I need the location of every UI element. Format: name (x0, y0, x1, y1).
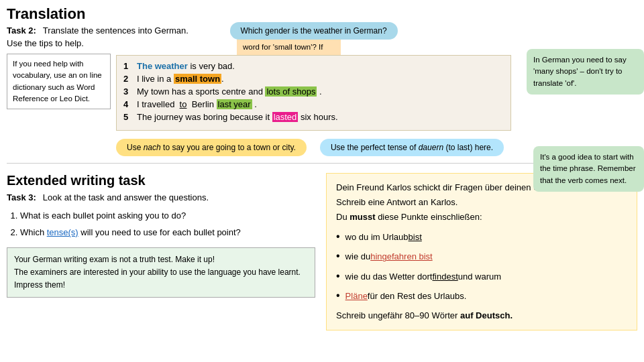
bullet-4: Pläne für den Rest des Urlaubs. (336, 286, 627, 304)
tense-underline: tense(s) (47, 227, 78, 237)
left-column: If you need help with vocabulary, use an… (7, 52, 111, 156)
highlight-to: to (180, 99, 187, 109)
question-1: What is each bullet point asking you to … (20, 208, 315, 223)
highlight-last-year: last year (217, 99, 252, 109)
bullet-1: wo du im Urlaub bist (336, 227, 627, 245)
translation-area: If you need help with vocabulary, use an… (7, 52, 637, 156)
task3-row: Task 3: Look at the task and answer the … (7, 192, 315, 202)
auf-deutsch-bold: auf Deutsch. (460, 310, 513, 320)
many-shops-bubble: In German you need to say 'many shops' –… (527, 49, 644, 95)
musst-bold: musst (350, 212, 375, 222)
nach-bubble: Use nach to say you are going to a town … (116, 139, 307, 156)
task2-description: Translate the sentences into German. (43, 25, 189, 36)
time-phrase-bubble: It's a good idea to start with the time … (533, 146, 644, 192)
questions-list: What is each bullet point asking you to … (7, 208, 315, 241)
task2-label: Task 2: (7, 25, 36, 36)
right-bubbles: In German you need to say 'many shops' –… (517, 52, 637, 156)
bullet-2: wie du hingefahren bist (336, 247, 627, 265)
plane-link: Pläne (345, 289, 368, 304)
page-title: Translation (7, 5, 637, 23)
german-task-box: Dein Freund Karlos schickt dir Fragen üb… (326, 173, 637, 330)
extended-section: Extended writing task Task 3: Look at th… (7, 173, 637, 330)
extended-left: Extended writing task Task 3: Look at th… (7, 173, 315, 330)
exam-box: Your German writing exam is not a truth … (7, 247, 315, 298)
highlight-small-town: small town (174, 74, 221, 84)
question-2: Which tense(s) will you need to use for … (20, 225, 315, 240)
bottom-bubbles: Use nach to say you are going to a town … (116, 135, 511, 156)
highlight-lots-shops: lots of shops (265, 86, 317, 97)
dauern-bubble: Use the perfect tense of dauern (to last… (320, 139, 504, 156)
task3-description: Look at the task and answer the question… (43, 192, 209, 202)
sentence-5: 5 The journey was boring because it last… (123, 112, 504, 122)
german-intro2: Schreib eine Antwort an Karlos. (336, 195, 627, 210)
page: Translation Task 2: Translate the senten… (0, 0, 644, 362)
vocab-box: If you need help with vocabulary, use an… (7, 54, 111, 109)
task3-label: Task 3: (7, 192, 36, 202)
german-include: Du musst diese Punkte einschließen: (336, 210, 627, 225)
gender-bubble: Which gender is the weather in German? (229, 22, 397, 40)
hingefahren-underline: hingefahren bist (370, 249, 433, 264)
sentences-container: 1 The weather is very bad. 2 I live in a… (116, 55, 511, 131)
sentence-2: 2 I live in a small town. (123, 74, 504, 84)
bist-underline: bist (409, 230, 422, 245)
sentence-4: 4 I travelled to Berlin last year . (123, 99, 504, 109)
many-shops-text: In German you need to say 'many shops' –… (533, 56, 627, 87)
time-phrase-text: It's a good idea to start with the time … (540, 153, 636, 184)
sentence-1: 1 The weather is very bad. (123, 61, 504, 71)
german-bullets: wo du im Urlaub bist wie du hingefahren … (336, 227, 627, 304)
highlight-lasted: lasted (272, 112, 299, 122)
sentence-3: 3 My town has a sports centre and lots o… (123, 86, 504, 97)
highlight-weather: The weather (137, 61, 188, 71)
bullet-3: wie du das Wetter dort findest und warum (336, 267, 627, 285)
center-column: Can you remember the word for 'small tow… (116, 52, 511, 156)
findest-underline: findest (432, 269, 458, 284)
german-footer: Schreib ungefähr 80–90 Wörter auf Deutsc… (336, 308, 627, 323)
extended-title: Extended writing task (7, 173, 315, 188)
